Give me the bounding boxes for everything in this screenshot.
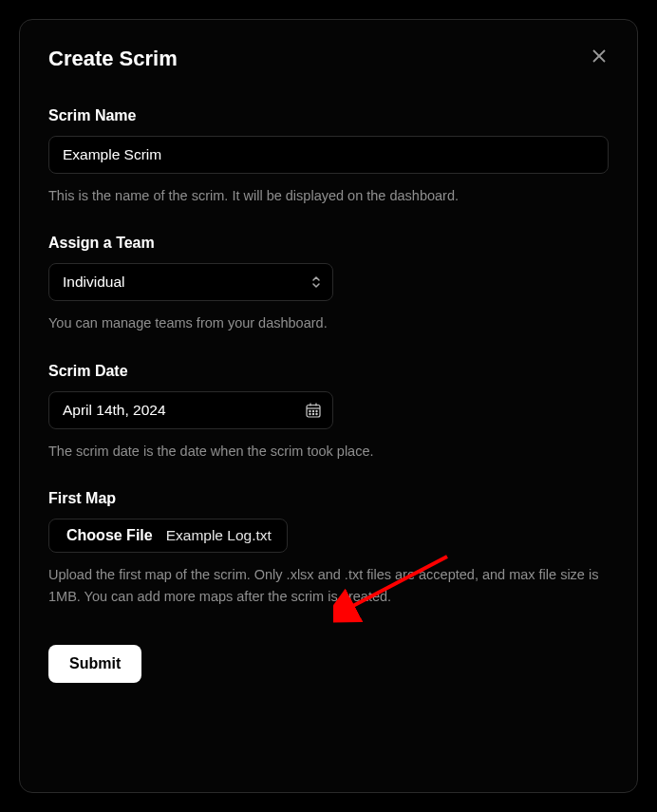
create-scrim-dialog: Create Scrim Scrim Name This is the name… [19,19,638,793]
scrim-name-field: Scrim Name This is the name of the scrim… [48,107,609,206]
team-select-wrapper: Individual [48,263,333,301]
assign-team-field: Assign a Team Individual You can manage … [48,235,609,333]
assign-team-help: You can manage teams from your dashboard… [48,312,609,333]
date-picker-wrapper: April 14th, 2024 [48,391,333,429]
first-map-field: First Map Choose File Example Log.txt Up… [48,490,609,607]
submit-button[interactable]: Submit [48,645,141,683]
scrim-date-picker[interactable]: April 14th, 2024 [48,391,333,429]
scrim-date-help: The scrim date is the date when the scri… [48,441,609,462]
assign-team-label: Assign a Team [48,235,609,252]
first-map-help: Upload the first map of the scrim. Only … [48,564,609,607]
scrim-date-field: Scrim Date April 14th, 2024 The scrim [48,363,609,462]
close-button[interactable] [590,47,609,68]
scrim-name-input[interactable] [48,136,609,174]
scrim-name-help: This is the name of the scrim. It will b… [48,185,609,206]
dialog-header: Create Scrim [48,47,609,71]
first-map-label: First Map [48,490,609,507]
choose-file-label: Choose File [66,527,153,544]
selected-file-name: Example Log.txt [166,527,272,544]
team-select[interactable]: Individual [48,263,333,301]
scrim-date-label: Scrim Date [48,363,609,380]
file-input[interactable]: Choose File Example Log.txt [48,519,288,553]
dialog-title: Create Scrim [48,47,178,71]
close-icon [591,48,607,66]
scrim-name-label: Scrim Name [48,107,609,124]
